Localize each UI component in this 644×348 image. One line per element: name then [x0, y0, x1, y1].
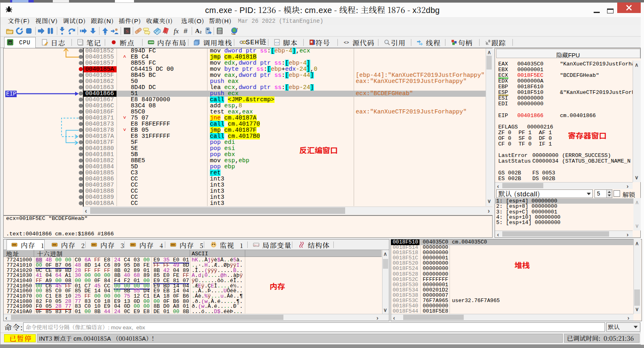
svg-text:32: 32 [9, 41, 12, 44]
svg-text:S: S [125, 28, 128, 34]
svg-text:fx: fx [174, 27, 179, 35]
svg-text:2: 2 [200, 30, 202, 34]
svg-text:<>: <> [344, 40, 349, 45]
svg-text:<>: <> [275, 41, 279, 44]
svg-text:[x=]: [x=] [254, 244, 259, 247]
svg-text:A: A [195, 28, 200, 34]
svg-text:#: # [184, 27, 188, 35]
